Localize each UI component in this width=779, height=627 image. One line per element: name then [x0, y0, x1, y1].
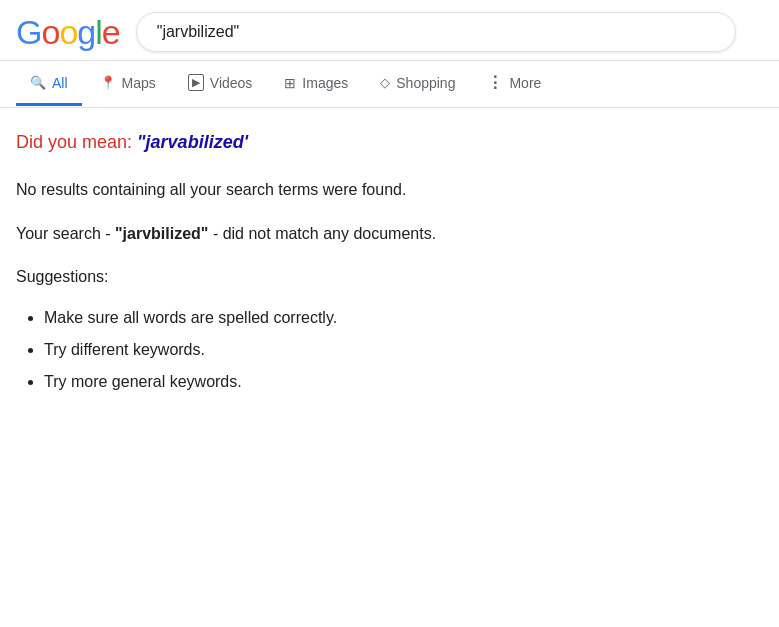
tab-all[interactable]: All	[16, 63, 82, 106]
logo-o2: o	[59, 13, 77, 52]
search-icon	[30, 75, 46, 90]
list-item: Try more general keywords.	[44, 366, 744, 398]
did-you-mean-link[interactable]: "jarvabilized'	[137, 132, 248, 152]
images-icon	[284, 75, 296, 91]
tab-images[interactable]: Images	[270, 63, 362, 106]
suggestions-title: Suggestions:	[16, 264, 744, 290]
nav-tabs: All Maps Videos Images Shopping More	[0, 61, 779, 108]
no-results-text: No results containing all your search te…	[16, 177, 744, 203]
list-item: Make sure all words are spelled correctl…	[44, 302, 744, 334]
tab-maps-label: Maps	[122, 75, 156, 91]
tab-images-label: Images	[302, 75, 348, 91]
tab-more-label: More	[509, 75, 541, 91]
search-term-line: Your search - "jarvbilized" - did not ma…	[16, 221, 744, 247]
tab-shopping-label: Shopping	[396, 75, 455, 91]
tab-videos[interactable]: Videos	[174, 62, 267, 106]
tab-more[interactable]: More	[473, 61, 555, 107]
search-term-before: Your search -	[16, 225, 115, 242]
search-input[interactable]	[136, 12, 736, 52]
logo-o1: o	[41, 13, 59, 52]
did-you-mean-prefix: Did you mean:	[16, 132, 137, 152]
search-term-after: - did not match any documents.	[208, 225, 436, 242]
google-logo: Google	[16, 13, 120, 52]
logo-g2: g	[77, 13, 95, 52]
suggestions-list: Make sure all words are spelled correctl…	[16, 302, 744, 398]
header: Google	[0, 0, 779, 61]
search-term: "jarvbilized"	[115, 225, 208, 242]
maps-icon	[100, 75, 116, 90]
main-content: Did you mean: "jarvabilized' No results …	[0, 108, 760, 422]
shopping-icon	[380, 75, 390, 90]
did-you-mean: Did you mean: "jarvabilized'	[16, 132, 744, 153]
videos-icon	[188, 74, 204, 91]
logo-e: e	[102, 13, 120, 52]
tab-all-label: All	[52, 75, 68, 91]
tab-shopping[interactable]: Shopping	[366, 63, 469, 106]
tab-maps[interactable]: Maps	[86, 63, 170, 106]
list-item: Try different keywords.	[44, 334, 744, 366]
tab-videos-label: Videos	[210, 75, 253, 91]
more-icon	[487, 73, 503, 92]
logo-g1: G	[16, 13, 41, 52]
